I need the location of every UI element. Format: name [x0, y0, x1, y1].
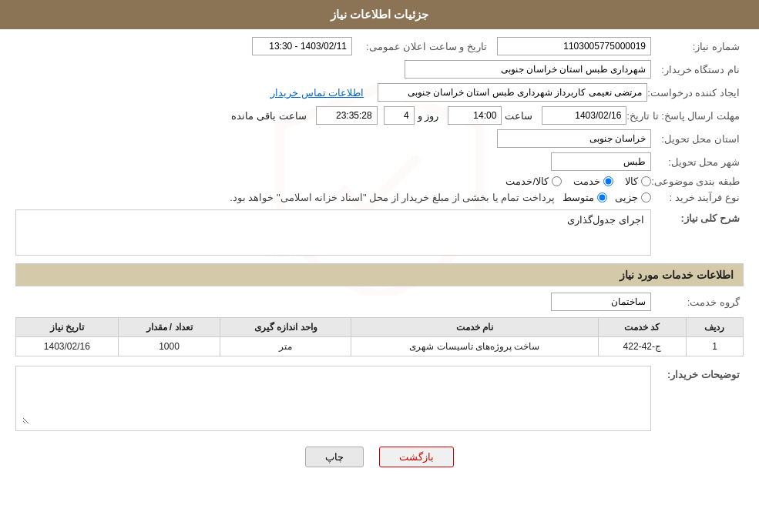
buyer-org-row: نام دستگاه خریدار:	[15, 60, 744, 79]
cell-unit: متر	[220, 337, 351, 356]
page-header: جزئیات اطلاعات نیاز	[0, 0, 759, 29]
category-label-kala-khedmat: کالا/خدمت	[505, 176, 549, 187]
announcement-date-label: تاریخ و ساعت اعلان عمومی:	[352, 41, 491, 52]
cell-row-num: 1	[686, 337, 743, 356]
table-header-row: ردیف کد خدمت نام خدمت واحد اندازه گیری ت…	[16, 318, 744, 337]
deadline-label: مهلت ارسال پاسخ: تا تاریخ:	[626, 110, 744, 122]
general-desc-box: اجرای جدول‌گذاری	[15, 209, 651, 256]
page-title: جزئیات اطلاعات نیاز	[331, 8, 428, 21]
city-input[interactable]	[551, 152, 651, 171]
purchase-type-jozi[interactable]: جزیی	[615, 192, 651, 203]
buyer-org-label: نام دستگاه خریدار:	[651, 64, 744, 75]
cell-qty: 1000	[118, 337, 220, 356]
purchase-type-note: پرداخت تمام یا بخشی از مبلغ خریدار از مح…	[230, 192, 555, 203]
deadline-remaining-input[interactable]	[316, 106, 378, 125]
purchase-radio-motawaset[interactable]	[597, 192, 607, 202]
cell-date: 1403/02/16	[16, 337, 119, 356]
service-group-input[interactable]	[551, 293, 651, 311]
category-radio-kala[interactable]	[641, 176, 651, 186]
purchase-label-motawaset: متوسط	[563, 192, 594, 203]
deadline-time-input[interactable]	[448, 106, 502, 125]
col-header-name: نام خدمت	[351, 318, 598, 337]
category-option-khedmat[interactable]: خدمت	[573, 176, 613, 187]
announcement-date-input[interactable]	[252, 37, 352, 55]
creator-input[interactable]	[378, 83, 647, 102]
deadline-days-input[interactable]	[384, 106, 415, 125]
col-header-code: کد خدمت	[598, 318, 686, 337]
category-label-kala: کالا	[625, 176, 638, 187]
service-group-label: گروه خدمت:	[651, 296, 744, 308]
creator-row: ایجاد کننده درخواست: اطلاعات تماس خریدار	[15, 83, 744, 102]
services-table: ردیف کد خدمت نام خدمت واحد اندازه گیری ت…	[15, 317, 744, 356]
category-option-kala-khedmat[interactable]: کالا/خدمت	[505, 176, 562, 187]
buyer-desc-textarea[interactable]	[22, 370, 644, 424]
col-header-date: تاریخ نیاز	[16, 318, 119, 337]
category-radio-kala-khedmat[interactable]	[552, 176, 562, 186]
col-header-qty: تعداد / مقدار	[118, 318, 220, 337]
purchase-radio-jozi[interactable]	[641, 192, 651, 202]
category-label: طبقه بندی موضوعی:	[651, 176, 744, 187]
category-radio-khedmat[interactable]	[603, 176, 613, 186]
need-number-input[interactable]	[497, 37, 651, 55]
action-buttons: بازگشت چاپ	[15, 447, 744, 467]
buyer-desc-row: توضیحات خریدار:	[15, 366, 744, 431]
cell-code: ج-42-422	[598, 337, 686, 356]
service-group-row: گروه خدمت:	[15, 293, 744, 311]
province-input[interactable]	[497, 129, 651, 148]
need-number-label: شماره نیاز:	[651, 41, 744, 52]
purchase-type-label: نوع فرآیند خرید :	[651, 192, 744, 203]
buyer-desc-box[interactable]	[15, 366, 651, 431]
province-label: استان محل تحویل:	[651, 133, 744, 145]
purchase-type-options: جزیی متوسط پرداخت تمام یا بخشی از مبلغ خ…	[230, 192, 651, 203]
deadline-days-label: روز و	[418, 110, 439, 122]
page-wrapper: جزئیات اطلاعات نیاز AhaTender.net شماره …	[0, 0, 759, 532]
general-desc-label: شرح کلی نیاز:	[651, 209, 744, 224]
general-desc-value: اجرای جدول‌گذاری	[567, 214, 644, 226]
category-row: طبقه بندی موضوعی: کالا خدمت کالا/خدمت	[15, 176, 744, 187]
buyer-org-input[interactable]	[405, 60, 651, 79]
main-content: AhaTender.net شماره نیاز: تاریخ و ساعت ا…	[0, 29, 759, 483]
category-radio-group: کالا خدمت کالا/خدمت	[505, 176, 651, 187]
city-row: شهر محل تحویل:	[15, 152, 744, 171]
category-option-kala[interactable]: کالا	[625, 176, 651, 187]
city-label: شهر محل تحویل:	[651, 156, 744, 168]
form-container: شماره نیاز: تاریخ و ساعت اعلان عمومی: نا…	[15, 37, 744, 467]
deadline-remaining-label: ساعت باقی مانده	[231, 110, 306, 122]
general-desc-row: شرح کلی نیاز: اجرای جدول‌گذاری	[15, 209, 744, 256]
need-number-row: شماره نیاز: تاریخ و ساعت اعلان عمومی:	[15, 37, 744, 55]
buyer-desc-label: توضیحات خریدار:	[651, 366, 744, 380]
purchase-label-jozi: جزیی	[615, 192, 638, 203]
print-button[interactable]: چاپ	[305, 447, 364, 467]
category-label-khedmat: خدمت	[573, 176, 600, 187]
creator-label: ایجاد کننده درخواست:	[647, 87, 744, 99]
purchase-type-motawaset[interactable]: متوسط	[563, 192, 607, 203]
deadline-row: مهلت ارسال پاسخ: تا تاریخ: ساعت روز و سا…	[15, 106, 744, 125]
cell-name: ساخت پروژه‌های تاسیسات شهری	[351, 337, 598, 356]
table-row: 1 ج-42-422 ساخت پروژه‌های تاسیسات شهری م…	[16, 337, 744, 356]
col-header-row: ردیف	[686, 318, 743, 337]
deadline-time-label: ساعت	[505, 110, 532, 122]
back-button[interactable]: بازگشت	[379, 447, 454, 467]
purchase-type-row: نوع فرآیند خرید : جزیی متوسط پرداخت تمام…	[15, 192, 744, 203]
contact-link[interactable]: اطلاعات تماس خریدار	[270, 87, 364, 99]
services-section-title: اطلاعات خدمات مورد نیاز	[15, 263, 744, 286]
deadline-date-input[interactable]	[542, 106, 626, 125]
province-row: استان محل تحویل:	[15, 129, 744, 148]
col-header-unit: واحد اندازه گیری	[220, 318, 351, 337]
